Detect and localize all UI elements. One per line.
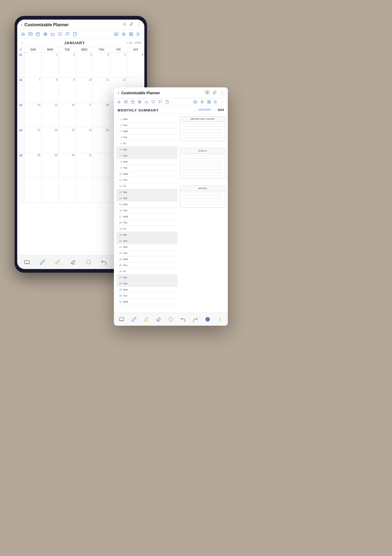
day-row-28[interactable]: 28Sun [117, 281, 177, 287]
cal-day-21[interactable]: 21 [25, 128, 42, 153]
cal-day-11[interactable]: 11 [93, 78, 110, 102]
calendar-icon[interactable] [35, 32, 41, 37]
home-icon[interactable] [20, 32, 26, 37]
day-row-6[interactable]: 6Sat [117, 147, 177, 153]
day-row-5[interactable]: 5Fri [117, 141, 177, 147]
cal-day-16[interactable]: 16 [59, 103, 76, 128]
cal-day-18[interactable]: 18 [93, 103, 110, 128]
d2-keyboard-tool[interactable] [117, 315, 126, 324]
cal-day-10[interactable]: 10 [76, 78, 93, 102]
cal-day-6[interactable]: 6 [127, 52, 144, 77]
device2-next-month[interactable]: › [213, 108, 215, 111]
d2-chevron-right-icon[interactable]: › [220, 100, 225, 104]
cal-day-23[interactable]: 23 [59, 128, 76, 153]
day-row-7[interactable]: 7Sun [117, 153, 177, 159]
more-icon[interactable]: ⋮ [136, 22, 141, 27]
day-row-22[interactable]: 22Mon [117, 244, 177, 250]
cal-day-4[interactable]: 4 [93, 52, 110, 77]
day-row-14[interactable]: 14Sun [117, 195, 177, 201]
d2-pen-tool[interactable] [130, 315, 138, 324]
sparkle-icon[interactable] [121, 32, 126, 37]
d2-sticker-tool[interactable] [203, 315, 212, 324]
target-icon[interactable] [43, 32, 48, 37]
d2-target-icon[interactable] [137, 100, 142, 104]
day-row-30[interactable]: 30Tue [117, 293, 177, 299]
cal-day-8[interactable]: 8 [42, 78, 59, 102]
d2-scissors-icon[interactable] [213, 100, 218, 104]
cal-day-28[interactable]: 28 [25, 153, 42, 178]
cal-day-24[interactable]: 24 [76, 128, 93, 153]
day-row-3[interactable]: 3Wed [117, 128, 177, 134]
d2-sparkle-icon[interactable] [200, 100, 204, 104]
day-row-2[interactable]: 2Tue [117, 122, 177, 128]
device2-more-icon[interactable]: ⋮ [220, 90, 224, 95]
device2-paperclip-icon[interactable] [213, 90, 217, 95]
cal-day-empty-4[interactable] [93, 153, 110, 178]
cal-day-17[interactable]: 17 [76, 103, 93, 128]
day-row-10[interactable]: 10Wed [117, 171, 177, 177]
highlighter-tool[interactable] [54, 258, 62, 266]
cal-extra-2[interactable] [42, 178, 59, 203]
eraser-tool[interactable] [69, 258, 77, 266]
cal-day-3[interactable]: 3 [76, 52, 93, 77]
d2-eraser-tool[interactable] [154, 315, 163, 324]
device2-back-button[interactable]: ‹ [118, 90, 119, 96]
d2-panel-tool[interactable]: | [216, 315, 224, 324]
day-row-21[interactable]: 21Sun [117, 238, 177, 244]
cal-day-15[interactable]: 15 [42, 103, 59, 128]
cal-day-31[interactable]: 31 [76, 153, 93, 178]
day-row-26[interactable]: 26Fri [117, 268, 177, 275]
d2-mail-icon[interactable] [123, 100, 128, 104]
d2-camera-icon[interactable] [193, 100, 198, 104]
day-row-16[interactable]: 16Tue [117, 208, 177, 214]
day-row-19[interactable]: 19Fri [117, 226, 177, 232]
day-row-29[interactable]: 29Mon [117, 287, 177, 293]
day-row-18[interactable]: 18Thu [117, 220, 177, 226]
cal-day-25[interactable]: 25 [93, 128, 110, 153]
day-row-25[interactable]: 25Thu [117, 262, 177, 268]
day-row-9[interactable]: 9Tue [117, 165, 177, 171]
day-row-23[interactable]: 23Tue [117, 250, 177, 256]
undo-tool[interactable] [100, 258, 108, 266]
day-row-12[interactable]: 12Fri [117, 183, 177, 189]
keyboard-tool[interactable] [23, 258, 31, 266]
day-row-4[interactable]: 4Thu [117, 134, 177, 141]
day-row-1[interactable]: 1Mon [117, 116, 177, 122]
d2-lasso-tool[interactable] [167, 315, 175, 324]
heart-icon[interactable] [57, 32, 63, 37]
d2-home-icon[interactable] [117, 100, 121, 104]
d2-flag-icon[interactable] [158, 100, 163, 104]
folder-icon[interactable] [50, 32, 55, 37]
cal-day-empty[interactable] [25, 52, 42, 77]
day-row-8[interactable]: 8Mon [117, 159, 177, 165]
cal-extra-4[interactable] [76, 178, 93, 203]
day-row-24[interactable]: 24Wed [117, 256, 177, 262]
paperclip-icon[interactable] [130, 22, 133, 27]
file-icon[interactable] [72, 32, 78, 37]
flag-icon[interactable] [65, 32, 70, 37]
cal-day-14[interactable]: 14 [25, 103, 42, 128]
scissors-icon[interactable] [136, 32, 141, 37]
cal-day-2[interactable]: 2 [59, 52, 76, 77]
d2-highlighter-tool[interactable] [142, 315, 150, 324]
day-row-17[interactable]: 17Wed [117, 214, 177, 220]
d2-grid-icon[interactable] [207, 100, 211, 104]
day-row-31[interactable]: 31Wed [117, 299, 177, 305]
grid-icon[interactable] [128, 32, 134, 37]
day-row-15[interactable]: 15Mon [117, 201, 177, 208]
pen-tool[interactable] [38, 258, 47, 266]
cal-day-9[interactable]: 9 [59, 78, 76, 102]
device2-prev-month[interactable]: ‹ [195, 108, 196, 111]
device1-prev-month[interactable]: ‹ [20, 40, 24, 45]
day-row-11[interactable]: 11Thu [117, 177, 177, 183]
cal-day-29[interactable]: 29 [42, 153, 59, 178]
cal-extra-1[interactable] [25, 178, 42, 203]
cal-day-1[interactable]: 1 [42, 52, 59, 77]
d2-calendar-icon[interactable] [130, 100, 135, 104]
book-icon[interactable] [123, 22, 126, 27]
lasso-tool[interactable] [84, 258, 93, 266]
cal-day-30[interactable]: 30 [59, 153, 76, 178]
cal-day-5[interactable]: 5 [110, 52, 127, 77]
device2-book-icon[interactable] [205, 90, 210, 95]
d2-folder-icon[interactable] [144, 100, 149, 104]
